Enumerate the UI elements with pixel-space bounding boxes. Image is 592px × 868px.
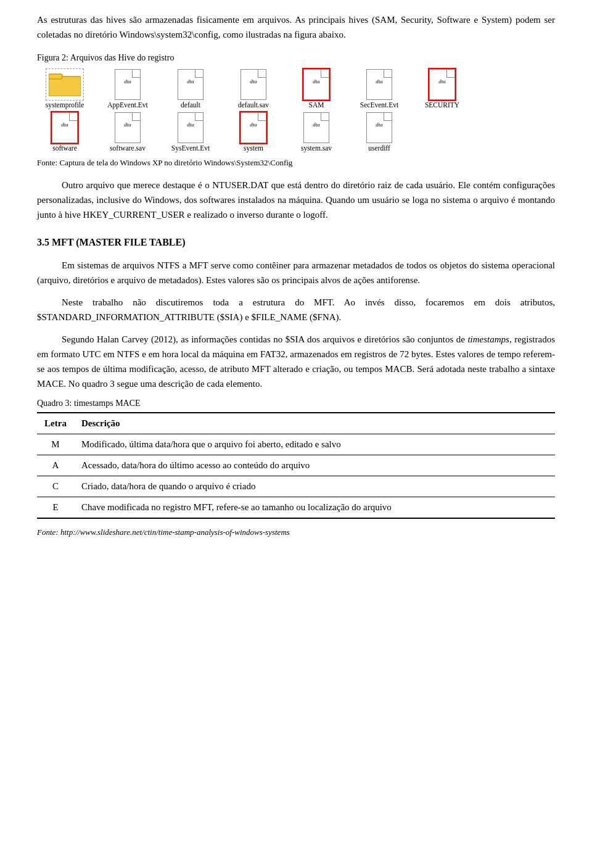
table-header-descricao: Descrição xyxy=(74,413,555,434)
file-icon-sam: dta xyxy=(303,69,329,100)
fonte-bottom: Fonte: http://www.slideshare.net/ctin/ti… xyxy=(37,527,555,537)
hive-item-systemsav: dta system.sav xyxy=(289,112,344,152)
table-cell-letra: M xyxy=(37,434,74,455)
table-row: MModificado, última data/hora que o arqu… xyxy=(37,434,555,455)
hive-item-sam: dta SAM xyxy=(289,69,344,109)
table-cell-descricao: Criado, data/hora de quando o arquivo é … xyxy=(74,476,555,497)
intro-paragraph-1: As estruturas das hives são armazenadas … xyxy=(37,12,555,42)
table-cell-letra: C xyxy=(37,476,74,497)
hive-label-systemsav: system.sav xyxy=(301,144,332,152)
svg-rect-0 xyxy=(49,76,81,96)
hive-label-sam: SAM xyxy=(309,101,324,109)
mace-table: Letra Descrição MModificado, última data… xyxy=(37,412,555,519)
table-row: AAcessado, data/hora do último acesso ao… xyxy=(37,455,555,476)
table-row: EChave modificada no registro MFT, refer… xyxy=(37,497,555,519)
table-cell-descricao: Modificado, última data/hora que o arqui… xyxy=(74,434,555,455)
fonte-figure-caption: Fonte: Captura de tela do Windows XP no … xyxy=(37,158,555,168)
hive-item-userdiff: dta userdiff xyxy=(352,112,407,152)
hive-item-systemprofile: systemprofile xyxy=(37,69,92,109)
file-icon-sysevent: dta xyxy=(178,112,204,143)
hive-item-softwaresav: dta software.sav xyxy=(100,112,155,152)
hive-label-userdiff: userdiff xyxy=(368,144,390,152)
hive-label-appevent: AppEvent.Evt xyxy=(107,101,147,109)
table-row: CCriado, data/hora de quando o arquivo é… xyxy=(37,476,555,497)
file-icon-defaultsav: dta xyxy=(240,69,266,100)
figure-caption: Figura 2: Arquivos das Hive do registro xyxy=(37,53,555,63)
hive-label-sysevent: SysEvent.Evt xyxy=(171,144,210,152)
svg-rect-1 xyxy=(49,74,62,79)
file-icon-system: dta xyxy=(240,112,266,143)
section-paragraph-3: Segundo Halan Carvey (2012), as informaç… xyxy=(37,332,555,391)
hive-item-default: dta default xyxy=(163,69,218,109)
hive-item-secevent: dta SecEvent.Evt xyxy=(352,69,407,109)
hive-row-2: dta software dta software.sav dta SysEve… xyxy=(37,112,555,152)
hive-label-default: default xyxy=(181,101,200,109)
hive-item-defaultsav: dta default.sav xyxy=(226,69,281,109)
file-icon-default: dta xyxy=(178,69,204,100)
hive-row-1: systemprofile dta AppEvent.Evt dta defau… xyxy=(37,69,555,109)
hive-label-secevent: SecEvent.Evt xyxy=(360,101,398,109)
hive-label-security: SECURITY xyxy=(425,101,459,109)
systemprofile-wrap xyxy=(46,69,83,100)
table-cell-descricao: Acessado, data/hora do último acesso ao … xyxy=(74,455,555,476)
file-icon-software: dta xyxy=(52,112,78,143)
file-icon-security: dta xyxy=(429,69,455,100)
table-header-letra: Letra xyxy=(37,413,74,434)
timestamps-italic: timestamps, xyxy=(467,334,511,344)
section-title: 3.5 MFT (MASTER FILE TABLE) xyxy=(37,237,555,248)
hive-figure: systemprofile dta AppEvent.Evt dta defau… xyxy=(37,69,555,152)
hive-label-software: software xyxy=(52,144,77,152)
file-icon-systemsav: dta xyxy=(303,112,329,143)
table-caption: Quadro 3: timestamps MACE xyxy=(37,399,555,408)
hive-item-software: dta software xyxy=(37,112,92,152)
file-icon-secevent: dta xyxy=(366,69,392,100)
section-paragraph-1: Em sistemas de arquivos NTFS a MFT serve… xyxy=(37,258,555,287)
hive-label-softwaresav: software.sav xyxy=(110,144,146,152)
table-cell-descricao: Chave modificada no registro MFT, refere… xyxy=(74,497,555,519)
hive-label-defaultsav: default.sav xyxy=(238,101,269,109)
intro-paragraph-2: Outro arquivo que merece destaque é o NT… xyxy=(37,178,555,222)
hive-item-security: dta SECURITY xyxy=(414,69,470,109)
hive-item-appevent: dta AppEvent.Evt xyxy=(100,69,155,109)
file-icon-appevent: dta xyxy=(115,69,141,100)
hive-label-system: system xyxy=(244,144,263,152)
hive-item-sysevent: dta SysEvent.Evt xyxy=(163,112,218,152)
hive-item-system: dta system xyxy=(226,112,281,152)
table-cell-letra: A xyxy=(37,455,74,476)
file-icon-softwaresav: dta xyxy=(115,112,141,143)
folder-icon xyxy=(49,70,81,96)
hive-label-systemprofile: systemprofile xyxy=(46,101,84,109)
section-paragraph-2: Neste trabalho não discutiremos toda a e… xyxy=(37,295,555,324)
file-icon-userdiff: dta xyxy=(366,112,392,143)
table-cell-letra: E xyxy=(37,497,74,519)
